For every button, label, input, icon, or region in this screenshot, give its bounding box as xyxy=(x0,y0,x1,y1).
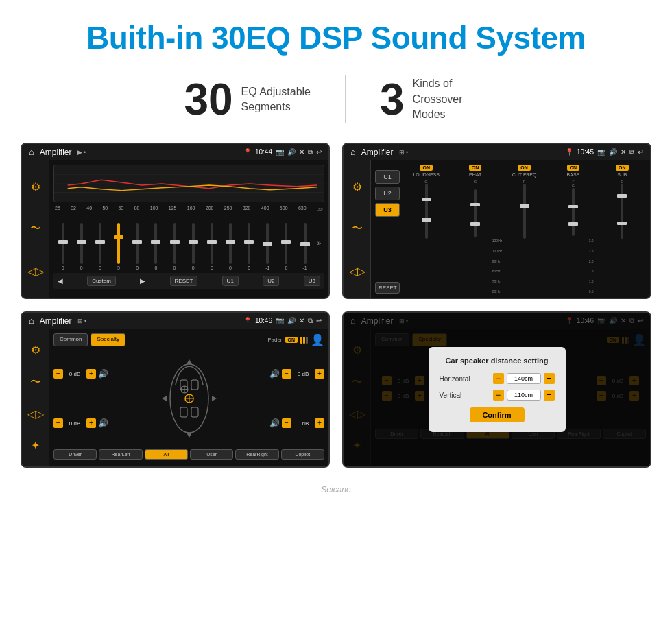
sp-copilot-btn[interactable]: Copilot xyxy=(281,449,324,460)
sp-all-btn[interactable]: All xyxy=(145,449,188,460)
sp-rl-minus[interactable]: − xyxy=(53,418,63,428)
sp-bt-icon[interactable]: ✦ xyxy=(31,439,40,452)
cx-phat-label: PHAT xyxy=(469,172,481,177)
sp-fl-minus[interactable]: − xyxy=(53,369,63,379)
sp-driver-btn[interactable]: Driver xyxy=(53,449,97,460)
sp-rl-icon: 🔊 xyxy=(98,418,108,428)
eq-slider-0: 0 xyxy=(57,223,69,270)
sp-fr-minus[interactable]: − xyxy=(282,369,291,379)
sp-rearright-btn[interactable]: RearRight xyxy=(235,449,278,460)
cx-u3-btn[interactable]: U3 xyxy=(375,203,400,217)
sp-fr-plus[interactable]: + xyxy=(315,369,324,379)
eq-bottom-controls: ◀ Custom ▶ RESET U1 U2 U3 xyxy=(53,273,324,289)
eq-u2-btn[interactable]: U2 xyxy=(263,276,279,286)
dialog-horizontal-plus[interactable]: + xyxy=(544,373,555,384)
cx-u2-btn[interactable]: U2 xyxy=(375,187,400,200)
eq-slider-7: 0 xyxy=(187,223,200,270)
svg-marker-9 xyxy=(162,396,167,401)
page-header: Buith-in 30EQ DSP Sound System xyxy=(0,0,672,69)
dialog-overlay: Car speaker distance setting Horizontal … xyxy=(344,313,650,466)
sp-rr-minus[interactable]: − xyxy=(282,418,291,428)
sp-vol-side-icon[interactable]: ◁▷ xyxy=(27,407,44,420)
cx-content: U1 U2 U3 RESET ON LOUDNESS xyxy=(375,165,646,294)
stat-eq-number: 30 xyxy=(184,77,232,121)
eq-app-title: Amplifier xyxy=(40,147,72,157)
sp-fr-icon: 🔊 xyxy=(269,369,280,379)
cx-cutfreq-toggle[interactable]: ON xyxy=(518,165,531,171)
cx-phat-toggle[interactable]: ON xyxy=(469,165,482,171)
stat-eq: 30 EQ AdjustableSegments xyxy=(149,77,345,121)
eq-u3-btn[interactable]: U3 xyxy=(304,276,320,286)
sp-layout: − 0 dB + 🔊 − 0 dB + 🔊 xyxy=(53,350,324,446)
sp-sidebar: ⚙ 〜 ◁▷ ✦ xyxy=(22,329,49,466)
eq-time: 10:44 xyxy=(255,148,272,156)
sp-rr-plus[interactable]: + xyxy=(315,418,324,428)
sp-user-icon[interactable]: 👤 xyxy=(311,333,324,346)
eq-screen-content: ⚙ 〜 ◁▷ xyxy=(22,160,328,298)
eq-u1-btn[interactable]: U1 xyxy=(222,276,239,286)
cx-loudness: ON LOUDNESS G xyxy=(403,165,450,294)
screens-grid: ⌂ Amplifier ▶ • 📍 10:44 📷 🔊 ✕ ⧉ ↩ ⚙ 〜 ◁▷ xyxy=(0,143,672,481)
sp-x-icon: ✕ xyxy=(299,317,304,324)
sp-common-btn[interactable]: Common xyxy=(53,333,88,346)
sp-rearleft-btn[interactable]: RearLeft xyxy=(99,449,142,460)
cx-preset-col: U1 U2 U3 RESET xyxy=(375,165,400,294)
eq-slider-4: 0 xyxy=(131,223,143,270)
cx-wave-icon[interactable]: 〜 xyxy=(352,222,363,236)
status-bar-sp: ⌂ Amplifier ⊞ • 📍 10:46 📷 🔊 ✕ ⧉ ↩ xyxy=(22,313,328,329)
eq-reset-btn[interactable]: RESET xyxy=(170,276,198,286)
sp-specialty-btn[interactable]: Specialty xyxy=(91,333,125,346)
sp-wave-icon[interactable]: 〜 xyxy=(30,375,41,390)
cx-gps-icon: 📍 xyxy=(565,148,573,156)
sp-cam-icon: 📷 xyxy=(276,317,284,324)
watermark-text: Seicane xyxy=(321,485,350,494)
dialog-confirm-button[interactable]: Confirm xyxy=(470,407,525,422)
cx-sub-label: SUB xyxy=(617,172,627,177)
eq-more-arrow[interactable]: » xyxy=(317,239,322,247)
svg-rect-14 xyxy=(191,407,198,417)
dialog-vertical-minus[interactable]: − xyxy=(493,390,504,401)
eq-slider-9: 0 xyxy=(224,223,237,270)
cx-loudness-toggle[interactable]: ON xyxy=(420,165,433,171)
cx-sidebar: ⚙ 〜 ◁▷ xyxy=(344,160,371,298)
dialog-box: Car speaker distance setting Horizontal … xyxy=(429,347,566,432)
sp-car-diagram xyxy=(112,350,265,446)
dialog-vertical-ctrl: − 110cm + xyxy=(493,390,555,401)
cx-channels: ON LOUDNESS G xyxy=(403,165,646,294)
sp-fl-ctrl: − 0 dB + 🔊 xyxy=(53,369,108,379)
home-icon: ⌂ xyxy=(29,147,34,157)
svg-rect-13 xyxy=(180,407,187,417)
status-bar-eq: ⌂ Amplifier ▶ • 📍 10:44 📷 🔊 ✕ ⧉ ↩ xyxy=(22,144,328,160)
eq-back-btn[interactable]: ◀ xyxy=(58,277,63,285)
dialog-horizontal-minus[interactable]: − xyxy=(493,373,504,384)
crossover-screen: ⌂ Amplifier ⊞ • 📍 10:45 📷 🔊 ✕ ⧉ ↩ ⚙ 〜 ◁▷ xyxy=(342,143,651,299)
cx-reset-btn[interactable]: RESET xyxy=(375,282,400,294)
cx-vol-side-icon[interactable]: ◁▷ xyxy=(349,265,365,278)
dialog-horizontal-label: Horizontal xyxy=(440,375,470,383)
cx-u1-btn[interactable]: U1 xyxy=(375,170,400,184)
cx-bass-toggle[interactable]: ON xyxy=(567,165,580,171)
eq-wave-icon[interactable]: 〜 xyxy=(30,222,41,236)
sp-right-col: 🔊 − 0 dB + 🔊 − 0 dB + xyxy=(269,350,324,446)
eq-slider-10: 0 xyxy=(243,223,255,270)
sp-user-preset-btn[interactable]: User xyxy=(190,449,233,460)
dialog-title: Car speaker distance setting xyxy=(440,357,555,365)
dialog-screen: ⌂ Amplifier ⊞ • 📍 10:46 📷 🔊 ✕ ⧉ ↩ ⚙ 〜 ◁▷… xyxy=(342,311,651,468)
dialog-horizontal-value: 140cm xyxy=(507,373,541,384)
sp-fl-val: 0 dB xyxy=(65,371,84,377)
eq-play-btn[interactable]: ▶ xyxy=(140,277,145,285)
sp-time: 10:46 xyxy=(255,317,272,324)
sp-fl-plus[interactable]: + xyxy=(86,369,96,379)
eq-vol-side-icon[interactable]: ◁▷ xyxy=(27,265,44,278)
eq-custom-btn[interactable]: Custom xyxy=(87,276,116,286)
svg-marker-10 xyxy=(212,396,217,401)
cx-sub-toggle[interactable]: ON xyxy=(616,165,629,171)
fader-toggle[interactable]: ON xyxy=(285,337,298,343)
sp-rl-plus[interactable]: + xyxy=(86,418,96,428)
eq-filter-icon[interactable]: ⚙ xyxy=(31,180,40,193)
dialog-vertical-plus[interactable]: + xyxy=(544,390,555,401)
cx-filter-icon[interactable]: ⚙ xyxy=(352,180,362,193)
sp-filter-icon[interactable]: ⚙ xyxy=(31,344,40,357)
sp-gps-icon: 📍 xyxy=(243,317,252,324)
cx-icons: ⊞ • xyxy=(399,149,409,156)
